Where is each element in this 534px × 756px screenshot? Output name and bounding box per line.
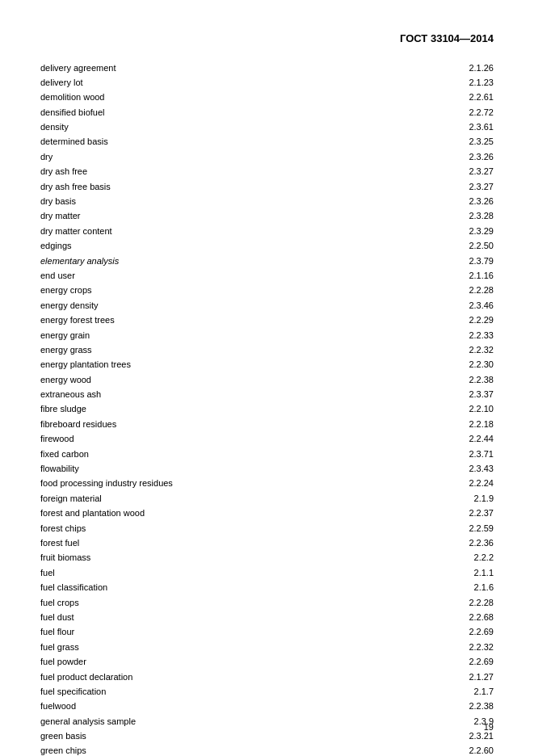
term-cell: fuel product declaration	[40, 670, 381, 684]
ref-cell: 2.3.9	[381, 714, 494, 729]
table-row: energy grain2.2.33	[40, 328, 494, 342]
term-cell: energy grass	[40, 342, 381, 357]
term-cell: green basis	[40, 729, 381, 744]
table-row: fuel flour2.2.69	[40, 625, 494, 640]
ref-cell: 2.2.32	[381, 640, 494, 654]
ref-cell: 2.2.72	[381, 105, 494, 120]
term-cell: fuel grass	[40, 640, 381, 654]
term-cell: fuelwood	[40, 699, 381, 714]
ref-cell: 2.2.10	[381, 402, 494, 417]
ref-cell: 2.3.25	[381, 135, 494, 149]
term-cell: fixed carbon	[40, 447, 381, 461]
table-row: fuel classification2.1.6	[40, 581, 494, 595]
table-row: fuel dust2.2.68	[40, 610, 494, 624]
ref-cell: 2.2.28	[381, 595, 494, 610]
term-cell: dry matter content	[40, 224, 381, 238]
ref-cell: 2.3.71	[381, 447, 494, 461]
table-row: energy grass2.2.32	[40, 342, 494, 357]
table-row: dry matter2.3.28	[40, 209, 494, 224]
term-cell: extraneous ash	[40, 388, 381, 402]
table-row: density2.3.61	[40, 120, 494, 135]
ref-cell: 2.2.61	[381, 90, 494, 105]
table-row: edgings2.2.50	[40, 239, 494, 254]
ref-cell: 2.2.59	[381, 521, 494, 536]
table-row: food processing industry residues2.2.24	[40, 477, 494, 491]
table-row: densified biofuel2.2.72	[40, 105, 494, 120]
table-row: fuel powder2.2.69	[40, 655, 494, 670]
term-cell: demolition wood	[40, 90, 381, 105]
ref-cell: 2.3.79	[381, 254, 494, 268]
table-row: fuel product declaration2.1.27	[40, 670, 494, 684]
term-cell: general analysis sample	[40, 714, 381, 729]
table-row: dry matter content2.3.29	[40, 224, 494, 238]
index-table: delivery agreement2.1.26delivery lot2.1.…	[40, 61, 494, 756]
ref-cell: 2.2.38	[381, 699, 494, 714]
term-cell: fuel flour	[40, 625, 381, 640]
ref-cell: 2.2.60	[381, 744, 494, 756]
ref-cell: 2.2.68	[381, 610, 494, 624]
term-cell: energy forest trees	[40, 313, 381, 328]
ref-cell: 2.2.69	[381, 625, 494, 640]
table-row: energy forest trees2.2.29	[40, 313, 494, 328]
table-row: fuelwood2.2.38	[40, 699, 494, 714]
ref-cell: 2.2.2	[381, 551, 494, 565]
ref-cell: 2.2.33	[381, 328, 494, 342]
ref-cell: 2.2.32	[381, 342, 494, 357]
ref-cell: 2.3.37	[381, 388, 494, 402]
ref-cell: 2.3.26	[381, 195, 494, 209]
ref-cell: 2.1.26	[381, 61, 494, 75]
page-footer: 19	[484, 722, 494, 732]
table-row: dry ash free basis2.3.27	[40, 179, 494, 194]
term-cell: fibre sludge	[40, 402, 381, 417]
term-cell: dry matter	[40, 209, 381, 224]
table-row: forest chips2.2.59	[40, 521, 494, 536]
table-row: dry ash free2.3.27	[40, 165, 494, 179]
ref-cell: 2.3.26	[381, 149, 494, 164]
term-cell: energy crops	[40, 284, 381, 298]
table-row: foreign material2.1.9	[40, 491, 494, 506]
term-cell: energy wood	[40, 372, 381, 387]
ref-cell: 2.3.27	[381, 179, 494, 194]
table-row: energy wood2.2.38	[40, 372, 494, 387]
term-cell: food processing industry residues	[40, 477, 381, 491]
term-cell: fuel crops	[40, 595, 381, 610]
term-cell: delivery lot	[40, 75, 381, 90]
term-cell: energy grain	[40, 328, 381, 342]
ref-cell: 2.2.18	[381, 417, 494, 431]
ref-cell: 2.2.44	[381, 432, 494, 447]
term-cell: dry ash free basis	[40, 179, 381, 194]
term-cell: energy plantation trees	[40, 358, 381, 372]
table-row: dry basis2.3.26	[40, 195, 494, 209]
term-cell: density	[40, 120, 381, 135]
table-row: energy plantation trees2.2.30	[40, 358, 494, 372]
term-cell: fuel specification	[40, 684, 381, 699]
term-cell: fuel powder	[40, 655, 381, 670]
table-row: delivery agreement2.1.26	[40, 61, 494, 75]
table-row: fibre sludge2.2.10	[40, 402, 494, 417]
term-cell: energy density	[40, 298, 381, 313]
ref-cell: 2.2.38	[381, 372, 494, 387]
table-row: fuel2.1.1	[40, 565, 494, 580]
term-cell: fruit biomass	[40, 551, 381, 565]
table-row: elementary analysis2.3.79	[40, 254, 494, 268]
table-row: firewood2.2.44	[40, 432, 494, 447]
term-cell: fuel dust	[40, 610, 381, 624]
term-cell: green chips	[40, 744, 381, 756]
table-row: fibreboard residues2.2.18	[40, 417, 494, 431]
term-cell: determined basis	[40, 135, 381, 149]
table-row: dry2.3.26	[40, 149, 494, 164]
page-header: ГОСТ 33104—2014	[40, 32, 494, 44]
table-row: fuel crops2.2.28	[40, 595, 494, 610]
ref-cell: 2.3.29	[381, 224, 494, 238]
table-row: forest fuel2.2.36	[40, 536, 494, 551]
ref-cell: 2.2.50	[381, 239, 494, 254]
table-row: extraneous ash2.3.37	[40, 388, 494, 402]
table-row: energy density2.3.46	[40, 298, 494, 313]
table-row: energy crops2.2.28	[40, 284, 494, 298]
ref-cell: 2.1.16	[381, 268, 494, 283]
ref-cell: 2.3.27	[381, 165, 494, 179]
term-cell: densified biofuel	[40, 105, 381, 120]
ref-cell: 2.1.6	[381, 581, 494, 595]
document-title: ГОСТ 33104—2014	[400, 32, 494, 44]
term-cell: foreign material	[40, 491, 381, 506]
